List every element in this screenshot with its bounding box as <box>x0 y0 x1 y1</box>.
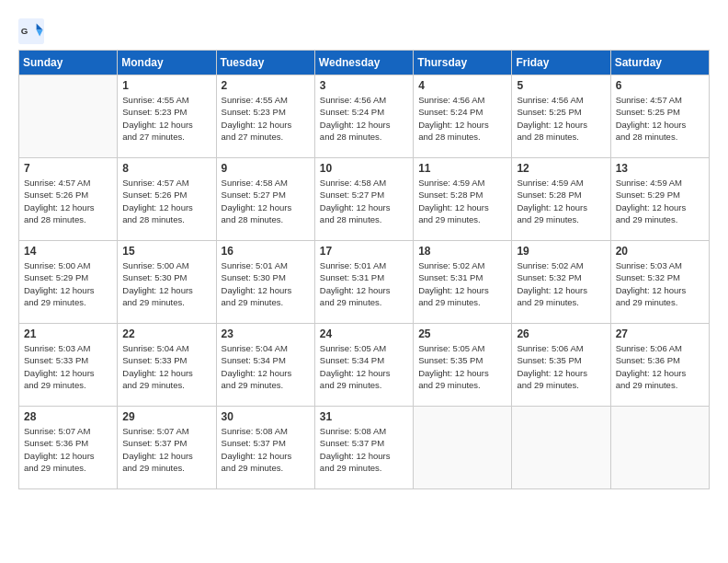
day-header-friday: Friday <box>512 51 610 75</box>
day-number: 14 <box>24 245 112 258</box>
day-info: Sunrise: 4:57 AM Sunset: 5:26 PM Dayligh… <box>24 177 112 225</box>
calendar-cell: 11Sunrise: 4:59 AM Sunset: 5:28 PM Dayli… <box>414 158 512 241</box>
day-info: Sunrise: 5:02 AM Sunset: 5:32 PM Dayligh… <box>517 259 605 308</box>
day-info: Sunrise: 5:01 AM Sunset: 5:30 PM Dayligh… <box>222 259 310 308</box>
day-number: 7 <box>24 162 112 175</box>
calendar-cell: 15Sunrise: 5:00 AM Sunset: 5:30 PM Dayli… <box>118 241 216 324</box>
day-info: Sunrise: 5:01 AM Sunset: 5:31 PM Dayligh… <box>320 259 408 308</box>
day-number: 16 <box>222 245 310 258</box>
calendar-cell: 4Sunrise: 4:56 AM Sunset: 5:24 PM Daylig… <box>414 75 512 158</box>
day-number: 4 <box>418 79 506 92</box>
day-number: 21 <box>24 327 112 340</box>
day-number: 20 <box>616 245 704 258</box>
calendar-cell: 29Sunrise: 5:07 AM Sunset: 5:37 PM Dayli… <box>118 407 216 489</box>
calendar-cell: 23Sunrise: 5:04 AM Sunset: 5:34 PM Dayli… <box>216 324 314 407</box>
day-info: Sunrise: 4:55 AM Sunset: 5:23 PM Dayligh… <box>222 94 310 143</box>
day-number: 18 <box>418 245 506 258</box>
day-number: 25 <box>418 327 506 340</box>
calendar-cell: 12Sunrise: 4:59 AM Sunset: 5:28 PM Dayli… <box>512 158 610 241</box>
day-number: 28 <box>24 410 112 423</box>
day-number: 12 <box>517 162 605 175</box>
day-number: 19 <box>517 245 605 258</box>
calendar-cell: 8Sunrise: 4:57 AM Sunset: 5:26 PM Daylig… <box>118 158 216 241</box>
day-info: Sunrise: 5:07 AM Sunset: 5:36 PM Dayligh… <box>24 425 112 474</box>
day-info: Sunrise: 4:56 AM Sunset: 5:24 PM Dayligh… <box>320 94 408 143</box>
day-info: Sunrise: 5:04 AM Sunset: 5:33 PM Dayligh… <box>122 342 210 391</box>
day-header-tuesday: Tuesday <box>216 51 314 75</box>
svg-text:G: G <box>21 26 28 36</box>
day-info: Sunrise: 5:08 AM Sunset: 5:37 PM Dayligh… <box>222 425 310 474</box>
day-info: Sunrise: 5:04 AM Sunset: 5:34 PM Dayligh… <box>222 342 310 391</box>
day-number: 5 <box>517 79 605 92</box>
day-number: 2 <box>222 79 310 92</box>
day-number: 11 <box>418 162 506 175</box>
day-info: Sunrise: 5:02 AM Sunset: 5:31 PM Dayligh… <box>418 259 506 308</box>
calendar-cell: 7Sunrise: 4:57 AM Sunset: 5:26 PM Daylig… <box>19 158 118 241</box>
day-info: Sunrise: 4:55 AM Sunset: 5:23 PM Dayligh… <box>122 94 210 143</box>
day-info: Sunrise: 4:56 AM Sunset: 5:24 PM Dayligh… <box>418 94 506 143</box>
calendar-cell: 5Sunrise: 4:56 AM Sunset: 5:25 PM Daylig… <box>512 75 610 158</box>
calendar-cell <box>610 407 709 489</box>
day-info: Sunrise: 5:00 AM Sunset: 5:30 PM Dayligh… <box>122 259 210 308</box>
day-number: 3 <box>320 79 408 92</box>
calendar-week-5: 28Sunrise: 5:07 AM Sunset: 5:36 PM Dayli… <box>19 407 710 489</box>
calendar-cell: 13Sunrise: 4:59 AM Sunset: 5:29 PM Dayli… <box>610 158 709 241</box>
calendar-cell: 1Sunrise: 4:55 AM Sunset: 5:23 PM Daylig… <box>118 75 216 158</box>
calendar-cell: 25Sunrise: 5:05 AM Sunset: 5:35 PM Dayli… <box>414 324 512 407</box>
calendar-cell: 9Sunrise: 4:58 AM Sunset: 5:27 PM Daylig… <box>216 158 314 241</box>
days-of-week-row: SundayMondayTuesdayWednesdayThursdayFrid… <box>19 51 710 75</box>
day-header-wednesday: Wednesday <box>314 51 413 75</box>
day-number: 30 <box>222 410 310 423</box>
calendar-table: SundayMondayTuesdayWednesdayThursdayFrid… <box>18 50 710 489</box>
calendar-cell <box>512 407 610 489</box>
calendar-cell: 16Sunrise: 5:01 AM Sunset: 5:30 PM Dayli… <box>216 241 314 324</box>
calendar-cell: 28Sunrise: 5:07 AM Sunset: 5:36 PM Dayli… <box>19 407 118 489</box>
calendar-week-3: 14Sunrise: 5:00 AM Sunset: 5:29 PM Dayli… <box>19 241 710 324</box>
calendar-week-2: 7Sunrise: 4:57 AM Sunset: 5:26 PM Daylig… <box>19 158 710 241</box>
day-number: 27 <box>616 327 704 340</box>
day-info: Sunrise: 5:05 AM Sunset: 5:35 PM Dayligh… <box>418 342 506 391</box>
day-number: 22 <box>122 327 210 340</box>
logo-icon: G <box>18 18 44 44</box>
day-number: 6 <box>616 79 704 92</box>
day-info: Sunrise: 5:06 AM Sunset: 5:35 PM Dayligh… <box>517 342 605 391</box>
calendar-cell <box>414 407 512 489</box>
calendar-cell: 20Sunrise: 5:03 AM Sunset: 5:32 PM Dayli… <box>610 241 709 324</box>
calendar-header: SundayMondayTuesdayWednesdayThursdayFrid… <box>19 51 710 75</box>
day-info: Sunrise: 5:07 AM Sunset: 5:37 PM Dayligh… <box>122 425 210 474</box>
logo: G <box>18 18 48 44</box>
calendar-cell: 17Sunrise: 5:01 AM Sunset: 5:31 PM Dayli… <box>314 241 413 324</box>
calendar-week-1: 1Sunrise: 4:55 AM Sunset: 5:23 PM Daylig… <box>19 75 710 158</box>
day-info: Sunrise: 4:59 AM Sunset: 5:29 PM Dayligh… <box>616 177 704 225</box>
day-number: 17 <box>320 245 408 258</box>
calendar-cell: 21Sunrise: 5:03 AM Sunset: 5:33 PM Dayli… <box>19 324 118 407</box>
day-number: 24 <box>320 327 408 340</box>
day-number: 26 <box>517 327 605 340</box>
calendar-cell: 14Sunrise: 5:00 AM Sunset: 5:29 PM Dayli… <box>19 241 118 324</box>
calendar-cell: 27Sunrise: 5:06 AM Sunset: 5:36 PM Dayli… <box>610 324 709 407</box>
calendar-cell <box>19 75 118 158</box>
day-info: Sunrise: 4:57 AM Sunset: 5:25 PM Dayligh… <box>616 94 704 143</box>
calendar-cell: 6Sunrise: 4:57 AM Sunset: 5:25 PM Daylig… <box>610 75 709 158</box>
calendar-cell: 30Sunrise: 5:08 AM Sunset: 5:37 PM Dayli… <box>216 407 314 489</box>
day-info: Sunrise: 4:59 AM Sunset: 5:28 PM Dayligh… <box>517 177 605 225</box>
calendar-cell: 18Sunrise: 5:02 AM Sunset: 5:31 PM Dayli… <box>414 241 512 324</box>
day-number: 15 <box>122 245 210 258</box>
calendar-body: 1Sunrise: 4:55 AM Sunset: 5:23 PM Daylig… <box>19 75 710 489</box>
day-info: Sunrise: 4:59 AM Sunset: 5:28 PM Dayligh… <box>418 177 506 225</box>
day-info: Sunrise: 5:00 AM Sunset: 5:29 PM Dayligh… <box>24 259 112 308</box>
day-info: Sunrise: 4:58 AM Sunset: 5:27 PM Dayligh… <box>222 177 310 225</box>
day-info: Sunrise: 5:08 AM Sunset: 5:37 PM Dayligh… <box>320 425 408 474</box>
day-info: Sunrise: 4:56 AM Sunset: 5:25 PM Dayligh… <box>517 94 605 143</box>
page-header: G <box>18 18 710 44</box>
calendar-cell: 19Sunrise: 5:02 AM Sunset: 5:32 PM Dayli… <box>512 241 610 324</box>
day-header-sunday: Sunday <box>19 51 118 75</box>
day-header-thursday: Thursday <box>414 51 512 75</box>
calendar-cell: 26Sunrise: 5:06 AM Sunset: 5:35 PM Dayli… <box>512 324 610 407</box>
calendar-cell: 3Sunrise: 4:56 AM Sunset: 5:24 PM Daylig… <box>314 75 413 158</box>
calendar-week-4: 21Sunrise: 5:03 AM Sunset: 5:33 PM Dayli… <box>19 324 710 407</box>
day-number: 1 <box>122 79 210 92</box>
day-number: 10 <box>320 162 408 175</box>
day-info: Sunrise: 5:05 AM Sunset: 5:34 PM Dayligh… <box>320 342 408 391</box>
calendar-cell: 2Sunrise: 4:55 AM Sunset: 5:23 PM Daylig… <box>216 75 314 158</box>
